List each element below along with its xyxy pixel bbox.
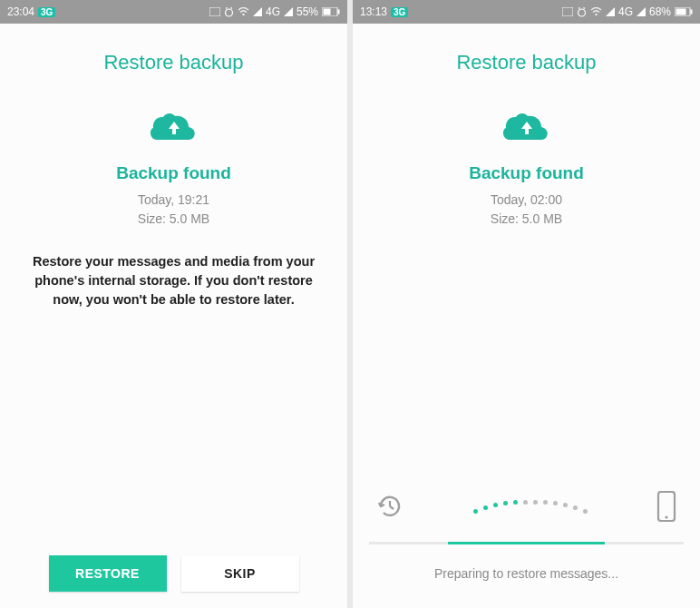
sim-icon bbox=[209, 7, 220, 16]
network-badge: 3G bbox=[391, 7, 408, 17]
progress-fill bbox=[448, 542, 606, 544]
svg-rect-15 bbox=[691, 10, 693, 15]
progress-status: Preparing to restore messages... bbox=[369, 566, 684, 581]
battery-percent: 55% bbox=[297, 5, 318, 18]
signal-icon-2 bbox=[284, 7, 293, 16]
button-bar: RESTORE SKIP bbox=[0, 555, 347, 592]
svg-line-11 bbox=[583, 7, 585, 8]
screen-restore-progress: 13:13 3G 4G 68% Restore backup Backup fo… bbox=[353, 0, 700, 608]
svg-rect-8 bbox=[562, 7, 573, 16]
sim-icon bbox=[562, 7, 573, 16]
page-title: Restore backup bbox=[353, 51, 700, 74]
svg-line-17 bbox=[390, 506, 394, 509]
network-type: 4G bbox=[266, 5, 280, 18]
backup-meta: Today, 02:00 Size: 5.0 MB bbox=[353, 191, 700, 229]
status-time: 13:13 bbox=[360, 5, 387, 18]
backup-size: Size: 5.0 MB bbox=[353, 210, 700, 229]
svg-rect-7 bbox=[338, 10, 340, 15]
svg-point-19 bbox=[665, 515, 667, 518]
backup-timestamp: Today, 02:00 bbox=[353, 191, 700, 210]
signal-icon bbox=[606, 7, 615, 16]
screen-restore-prompt: 23:04 3G 4G 55% Restore backup Backup fo… bbox=[0, 0, 347, 608]
svg-line-10 bbox=[578, 7, 580, 8]
network-type: 4G bbox=[618, 5, 633, 18]
svg-point-1 bbox=[225, 9, 232, 16]
page-title: Restore backup bbox=[0, 51, 347, 74]
wifi-icon bbox=[238, 7, 249, 16]
battery-percent: 68% bbox=[649, 5, 671, 18]
backup-found-heading: Backup found bbox=[0, 163, 347, 183]
signal-icon-2 bbox=[637, 7, 646, 16]
progress-panel: Preparing to restore messages... bbox=[353, 476, 700, 608]
signal-icon bbox=[253, 7, 262, 16]
cloud-upload-icon bbox=[501, 111, 552, 147]
svg-line-3 bbox=[230, 7, 232, 8]
battery-icon bbox=[675, 7, 693, 16]
svg-rect-14 bbox=[676, 9, 686, 15]
backup-timestamp: Today, 19:21 bbox=[0, 191, 347, 210]
backup-found-heading: Backup found bbox=[353, 163, 700, 183]
alarm-icon bbox=[224, 7, 234, 17]
transfer-dots bbox=[403, 498, 656, 518]
skip-button[interactable]: SKIP bbox=[181, 555, 299, 592]
cloud-upload-icon bbox=[149, 111, 199, 147]
history-icon bbox=[376, 493, 403, 524]
status-bar: 23:04 3G 4G 55% bbox=[0, 0, 347, 24]
transfer-animation bbox=[369, 491, 684, 529]
svg-rect-0 bbox=[209, 7, 220, 16]
backup-size: Size: 5.0 MB bbox=[0, 210, 347, 229]
alarm-icon bbox=[577, 7, 587, 17]
svg-rect-6 bbox=[324, 9, 331, 15]
progress-bar bbox=[369, 542, 684, 544]
restore-button[interactable]: RESTORE bbox=[49, 555, 167, 592]
battery-icon bbox=[322, 7, 340, 16]
phone-icon bbox=[656, 491, 676, 525]
wifi-icon bbox=[590, 7, 602, 16]
svg-point-4 bbox=[242, 14, 244, 15]
restore-description: Restore your messages and media from you… bbox=[18, 252, 329, 309]
svg-line-2 bbox=[226, 7, 228, 8]
svg-point-12 bbox=[595, 14, 597, 15]
status-time: 23:04 bbox=[7, 5, 34, 18]
network-badge: 3G bbox=[38, 7, 55, 17]
status-bar: 13:13 3G 4G 68% bbox=[353, 0, 700, 24]
backup-meta: Today, 19:21 Size: 5.0 MB bbox=[0, 191, 347, 229]
svg-point-9 bbox=[578, 9, 585, 16]
